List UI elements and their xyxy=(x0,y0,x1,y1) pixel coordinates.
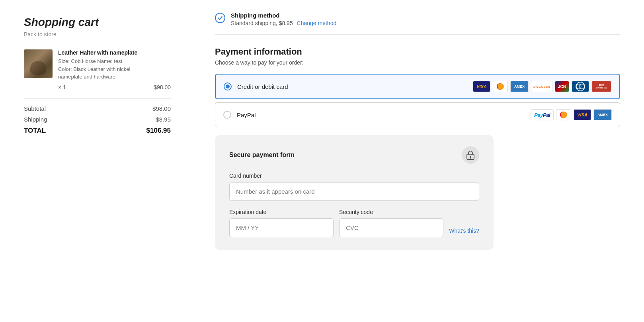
paypal-logo: PayPal xyxy=(531,109,554,120)
svg-point-2 xyxy=(580,84,584,89)
product-details: Leather Halter with nameplate Size: Cob … xyxy=(58,49,171,90)
paypal-icons: PayPal VISA AMEX xyxy=(531,109,612,120)
page-title: Shopping cart xyxy=(24,16,171,29)
total-row: TOTAL $106.95 xyxy=(24,127,171,135)
discover-icon: DISCOVER xyxy=(531,81,552,92)
credit-card-icons: VISA AMEX DISCOVER JCB xyxy=(473,81,611,92)
radio-dot xyxy=(226,84,230,88)
paypal-label: PayPal xyxy=(237,112,525,118)
shipping-check-icon xyxy=(215,13,225,23)
diners-icon xyxy=(572,81,589,92)
product-description: Size: Cob Horse Name: test Color: Black … xyxy=(58,57,171,81)
cvc-field-group: Security code xyxy=(339,209,443,237)
subtotal-value: $98.00 xyxy=(152,105,171,112)
credit-card-label: Credit or debit card xyxy=(237,83,467,90)
total-label: TOTAL xyxy=(24,127,46,135)
expiry-input[interactable] xyxy=(229,218,334,237)
payment-title: Payment information xyxy=(215,47,620,57)
payment-subtitle: Choose a way to pay for your order: xyxy=(215,59,620,66)
cvc-label: Security code xyxy=(339,209,443,215)
whats-this-link[interactable]: What's this? xyxy=(449,228,479,234)
product-quantity: × 1 xyxy=(58,84,66,90)
radio-credit-card xyxy=(224,82,232,90)
lock-icon xyxy=(462,146,479,164)
cvc-input[interactable] xyxy=(339,218,443,237)
shipping-value: $8.95 xyxy=(156,116,171,123)
subtotal-row: Subtotal $98.00 xyxy=(24,105,171,112)
back-to-store-link[interactable]: Back to store xyxy=(24,31,171,37)
shipping-row: Shipping $8.95 xyxy=(24,116,171,123)
svg-point-0 xyxy=(576,82,585,91)
shipping-info: Shipping method Standard shipping, $8.95… xyxy=(231,12,336,26)
product-name: Leather Halter with nameplate xyxy=(58,49,171,56)
mastercard-icon xyxy=(493,81,508,92)
total-value: $106.95 xyxy=(146,127,171,135)
shipping-method-section: Shipping method Standard shipping, $8.95… xyxy=(215,12,620,35)
shipping-method-detail: Standard shipping, $8.95 Change method xyxy=(231,20,336,26)
expiry-label: Expiration date xyxy=(229,209,334,215)
shipping-method-label: Shipping method xyxy=(231,12,336,19)
unionpay-icon: 銀聯UnionPay xyxy=(591,81,611,92)
form-title: Secure payment form xyxy=(229,151,295,159)
subtotal-label: Subtotal xyxy=(24,105,46,112)
product-qty-price: × 1 $98.00 xyxy=(58,84,171,90)
paypal-amex-icon: AMEX xyxy=(593,109,612,120)
expiry-field-group: Expiration date xyxy=(229,209,334,237)
payment-option-credit-card[interactable]: Credit or debit card VISA AMEX DISCOVER … xyxy=(215,74,620,99)
secure-payment-form: Secure payment form Card number Expirati… xyxy=(215,135,494,250)
payment-option-paypal[interactable]: PayPal PayPal VISA AMEX xyxy=(215,102,620,127)
cart-item: Leather Halter with nameplate Size: Cob … xyxy=(24,49,171,90)
expiry-cvc-row: Expiration date Security code What's thi… xyxy=(229,209,479,237)
radio-paypal xyxy=(223,111,231,119)
paypal-visa-icon: VISA xyxy=(574,109,591,120)
card-number-input[interactable] xyxy=(229,182,479,201)
card-number-label: Card number xyxy=(229,173,479,179)
amex-icon: AMEX xyxy=(510,81,529,92)
jcb-icon: JCB xyxy=(555,81,569,92)
change-method-link[interactable]: Change method xyxy=(297,20,337,26)
visa-icon: VISA xyxy=(473,81,490,92)
paypal-mc-icon xyxy=(556,109,571,120)
shipping-label: Shipping xyxy=(24,116,47,123)
divider xyxy=(24,98,171,99)
product-image xyxy=(24,49,53,78)
product-price: $98.00 xyxy=(154,84,171,90)
form-header: Secure payment form xyxy=(229,146,479,164)
card-number-field-group: Card number xyxy=(229,173,479,209)
